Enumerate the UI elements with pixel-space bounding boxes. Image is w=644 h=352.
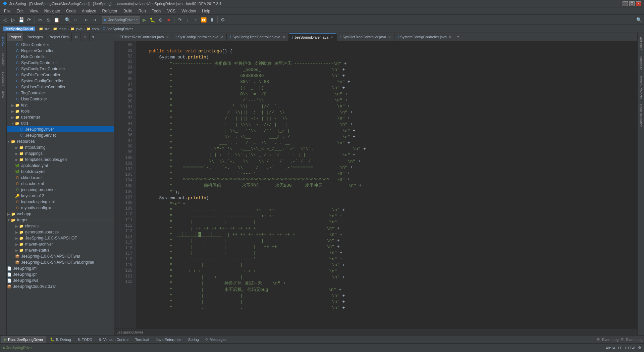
tree-item-mappings[interactable]: ▶ 📁 mappings [7,150,114,157]
tab-systemconfig[interactable]: J SystemConfigController.java ✕ [394,33,455,41]
tree-item-jeespring-ipr[interactable]: 📄 JeeSpring.ipr [7,271,114,277]
toolbar-forward[interactable]: ▷ [9,16,17,24]
menu-run[interactable]: Run [136,8,149,14]
tree-item-mybatis-xml[interactable]: 🗒 mybatis-config.xml [7,205,114,211]
menu-tools[interactable]: Tools [149,8,164,14]
tree-item-bootstrap-yml[interactable]: 🌿 bootstrap.yml [7,169,114,175]
toolbar-stop[interactable]: ■ [165,16,172,24]
toolbar-cut[interactable]: ✂ [37,16,44,24]
tab-close-sysdicttree[interactable]: ✕ [387,35,391,39]
tree-item-SysConfigTreeController[interactable]: C SysConfigTreeController [7,66,114,72]
close-button[interactable]: ✕ [636,1,641,6]
breadcrumb-src[interactable]: src [44,27,49,31]
tab-packages[interactable]: Packages [24,33,46,41]
tree-item-test[interactable]: ▶ 📁 test [7,102,114,108]
tree-item-SysUserOnlineController[interactable]: C SysUserOnlineController [7,84,114,90]
tab-sysconfigtree[interactable]: J SysConfigTreeController.java ✕ [227,33,289,41]
breadcrumb-main[interactable]: main [58,27,66,31]
right-panel-maven[interactable]: Maven Projects [638,73,643,101]
tree-item-templates[interactable]: ▶ 📁 templates.modules.gen [7,157,114,163]
tree-item-SysConfigController[interactable]: C SysConfigController [7,60,114,66]
tree-item-usercenter[interactable]: ▶ 📁 usercenter [7,114,114,120]
toolbar-replace[interactable]: ↔ [72,16,79,24]
tree-item-tools[interactable]: ▶ 📁 tools [7,108,114,114]
bottom-tab-messages[interactable]: 0: Messages [203,336,229,343]
toolbar-step-over[interactable]: ↷ [176,16,183,24]
tree-item-classes[interactable]: ▶ 📁 classes [7,223,114,229]
tree-item-war[interactable]: 📦 JeeSpring-1.0.0-SNAPSHOT.war [7,253,114,259]
tree-item-application-yml[interactable]: 🌿 application.yml [7,163,114,169]
tab-close-sysconfig[interactable]: ✕ [220,35,224,39]
toolbar-redo[interactable]: ↪ [91,16,98,24]
tree-item-JeeSpringServlet[interactable]: C JeeSpringServlet [7,132,114,138]
right-panel-database[interactable]: Database [638,53,643,73]
tree-item-resources[interactable]: ▼ 📂 resources [7,138,114,144]
bottom-tab-terminal[interactable]: Terminal [132,336,152,343]
toolbar-paste[interactable]: 📋 [53,16,60,24]
settings-small-icon[interactable]: ⚙ [597,337,600,342]
toolbar-pause[interactable]: ⏸ [208,16,216,24]
toolbar-resume[interactable]: ⏩ [200,16,208,24]
settings-icon-2[interactable]: ⚙ [621,337,624,342]
menu-file[interactable]: File [1,8,13,14]
toolbar-sync[interactable]: ⟳ [25,16,33,24]
right-panel-ant-build[interactable]: Ant Build [638,34,643,53]
toolbar-settings[interactable]: ⚙ [219,16,227,24]
tree-item-UserController[interactable]: C UserController [7,96,114,102]
menu-refactor[interactable]: Refactor [100,8,120,14]
tree-item-utils[interactable]: ▼ 📂 utils [7,120,114,126]
tree-item-maven-status[interactable]: ▶ 📁 maven-status [7,247,114,253]
tree-item-RoleController[interactable]: C RoleController [7,54,114,60]
tree-item-ckfinder-xml[interactable]: 🗒 ckfinder.xml [7,175,114,181]
breadcrumb-java[interactable]: java [76,27,83,31]
tab-close-jeespringdriver[interactable]: ✕ [330,35,334,39]
tab-close-sysconfigtree[interactable]: ✕ [282,35,286,39]
tab-overflow[interactable]: ▾ [455,33,461,41]
tree-item-webapp[interactable]: ▶ 📁 webapp [7,211,114,217]
menu-window[interactable]: Window [179,8,199,14]
tab-close-tfticket[interactable]: ✕ [165,35,169,39]
minimize-button[interactable]: — [623,1,628,6]
tree-item-logback-xml[interactable]: 🗒 logback-spring.xml [7,199,114,205]
tree-item-jeespring-iml[interactable]: 📄 JeeSpring.iml [7,265,114,271]
code-content[interactable]: public static void printLogo() { System.… [136,41,637,328]
tab-sysconfig[interactable]: J SysConfigController.java ✕ [172,33,227,41]
bottom-tab-version-control[interactable]: 9: Version Control [96,336,131,343]
file-tree[interactable]: C OfficeController C RegisterController … [7,41,114,335]
tab-project[interactable]: Project [7,33,24,41]
tab-tfticket[interactable]: J TfTicketRestController.java ✕ [114,33,172,41]
tree-item-maven-archiver[interactable]: ▶ 📁 maven-archiver [7,241,114,247]
vert-tab-structure[interactable]: Structure [1,50,6,69]
toolbar-back[interactable]: ◁ [1,16,9,24]
tree-item-RegisterController[interactable]: C RegisterController [7,48,114,54]
vert-tab-favorites[interactable]: Favorites [1,69,6,88]
tab-more-options[interactable]: ▾ [90,33,97,41]
vert-tab-project[interactable]: Project [1,34,6,50]
toolbar-coverage[interactable]: ⊘ [157,16,164,24]
menu-help[interactable]: Help [199,8,213,14]
tree-item-jeespring-snapshot[interactable]: ▶ 📁 JeeSpring-1.0.0-SNAPSHOT [7,235,114,241]
tree-item-SysDictTreeController[interactable]: C SysDictTreeController [7,72,114,78]
bottom-tab-debug[interactable]: 🐛 5: Debug [47,336,74,343]
tab-project-files[interactable]: Project Files [46,33,72,41]
tab-close-systemconfig[interactable]: ✕ [448,35,452,39]
menu-analyze[interactable]: Analyze [79,8,99,14]
toolbar-debug[interactable]: 🐛 [149,16,156,24]
tree-item-JeeSpringDriver[interactable]: C JeeSpringDriver [7,126,114,132]
toolbar-copy[interactable]: ⎘ [45,16,52,24]
right-panel-bean-validation[interactable]: Bean Validation [638,101,643,130]
tree-item-SystemConfigController[interactable]: C SystemConfigController [7,78,114,84]
menu-code[interactable]: Code [63,8,78,14]
tree-item-target[interactable]: ▼ 📂 target [7,217,114,223]
tree-item-jeespring-properties[interactable]: 🗒 jeespring.properties [7,187,114,193]
tab-sysdicttree[interactable]: J SysDictTreeController.java ✕ [337,33,394,41]
tab-add[interactable]: ⊕ [81,33,90,41]
restore-button[interactable]: ❐ [629,1,635,6]
run-config-dropdown[interactable]: ▶ JeeSpringDriver ▾ [102,16,140,24]
menu-view[interactable]: View [27,8,41,14]
tree-item-TagController[interactable]: C TagController [7,90,114,96]
toolbar-run[interactable]: ▶ [141,16,148,24]
tree-item-OfficeController[interactable]: C OfficeController [7,42,114,48]
tree-item-ehcache-xml[interactable]: 🗒 ehcache.xml [7,181,114,187]
breadcrumb-com[interactable]: com [92,27,99,31]
